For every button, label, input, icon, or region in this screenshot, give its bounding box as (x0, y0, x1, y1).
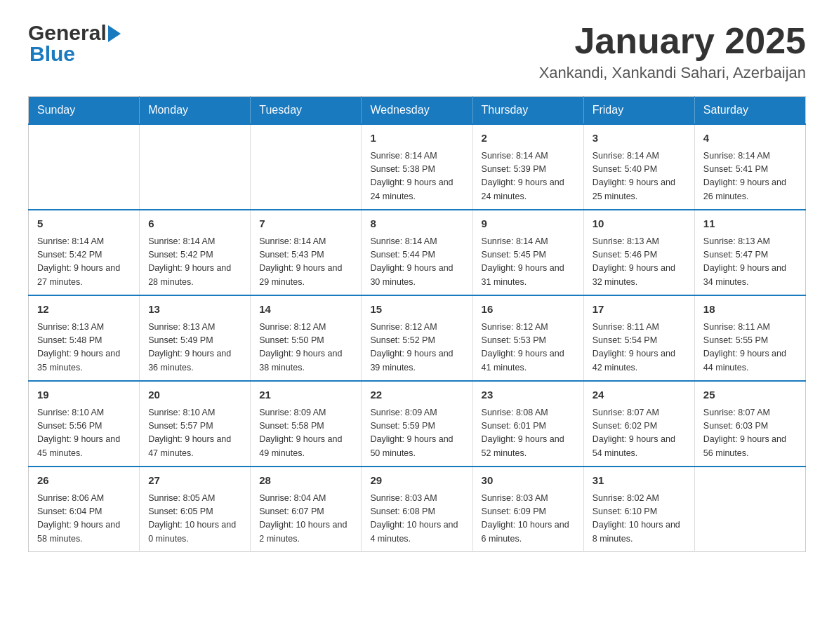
day-number: 15 (370, 302, 463, 318)
calendar-cell: 29Sunrise: 8:03 AM Sunset: 6:08 PM Dayli… (362, 467, 472, 552)
day-number: 7 (259, 216, 352, 232)
calendar-cell: 11Sunrise: 8:13 AM Sunset: 5:47 PM Dayli… (694, 210, 805, 295)
day-info: Sunrise: 8:14 AM Sunset: 5:42 PM Dayligh… (37, 235, 131, 290)
day-number: 4 (703, 130, 797, 147)
day-header-sunday: Sunday (29, 97, 140, 125)
calendar-cell: 9Sunrise: 8:14 AM Sunset: 5:45 PM Daylig… (472, 210, 583, 295)
day-number: 10 (593, 216, 686, 232)
day-number: 19 (37, 387, 131, 403)
day-info: Sunrise: 8:13 AM Sunset: 5:47 PM Dayligh… (703, 235, 797, 290)
calendar-cell: 2Sunrise: 8:14 AM Sunset: 5:39 PM Daylig… (472, 124, 583, 210)
calendar-cell: 21Sunrise: 8:09 AM Sunset: 5:58 PM Dayli… (251, 381, 362, 467)
day-header-monday: Monday (140, 97, 251, 125)
day-info: Sunrise: 8:12 AM Sunset: 5:52 PM Dayligh… (370, 321, 463, 375)
calendar-cell: 8Sunrise: 8:14 AM Sunset: 5:44 PM Daylig… (362, 210, 472, 295)
calendar-cell: 31Sunrise: 8:02 AM Sunset: 6:10 PM Dayli… (583, 467, 694, 552)
day-number: 18 (703, 302, 797, 318)
day-number: 8 (370, 216, 463, 232)
calendar-subtitle: Xankandi, Xankandi Sahari, Azerbaijan (539, 64, 806, 82)
calendar-week-row: 26Sunrise: 8:06 AM Sunset: 6:04 PM Dayli… (29, 467, 806, 552)
day-info: Sunrise: 8:14 AM Sunset: 5:42 PM Dayligh… (148, 235, 241, 290)
day-info: Sunrise: 8:03 AM Sunset: 6:09 PM Dayligh… (482, 492, 575, 546)
calendar-cell: 13Sunrise: 8:13 AM Sunset: 5:49 PM Dayli… (140, 295, 251, 381)
calendar-week-row: 19Sunrise: 8:10 AM Sunset: 5:56 PM Dayli… (29, 381, 806, 467)
calendar-cell: 14Sunrise: 8:12 AM Sunset: 5:50 PM Dayli… (251, 295, 362, 381)
day-info: Sunrise: 8:08 AM Sunset: 6:01 PM Dayligh… (482, 406, 575, 461)
calendar-cell (140, 124, 251, 210)
day-number: 30 (482, 473, 575, 489)
day-number: 12 (37, 302, 131, 318)
day-number: 1 (370, 130, 463, 147)
day-number: 2 (482, 130, 575, 147)
calendar-cell: 10Sunrise: 8:13 AM Sunset: 5:46 PM Dayli… (583, 210, 694, 295)
day-number: 22 (370, 387, 463, 403)
calendar-title-section: January 2025 Xankandi, Xankandi Sahari, … (539, 21, 806, 82)
calendar-cell: 18Sunrise: 8:11 AM Sunset: 5:55 PM Dayli… (694, 295, 805, 381)
day-number: 28 (259, 473, 352, 489)
day-info: Sunrise: 8:06 AM Sunset: 6:04 PM Dayligh… (37, 492, 131, 546)
calendar-week-row: 5Sunrise: 8:14 AM Sunset: 5:42 PM Daylig… (29, 210, 806, 295)
day-info: Sunrise: 8:10 AM Sunset: 5:56 PM Dayligh… (37, 406, 131, 461)
day-info: Sunrise: 8:02 AM Sunset: 6:10 PM Dayligh… (593, 492, 686, 546)
day-header-tuesday: Tuesday (251, 97, 362, 125)
day-header-wednesday: Wednesday (362, 97, 472, 125)
calendar-cell: 25Sunrise: 8:07 AM Sunset: 6:03 PM Dayli… (694, 381, 805, 467)
calendar-cell: 5Sunrise: 8:14 AM Sunset: 5:42 PM Daylig… (29, 210, 140, 295)
day-info: Sunrise: 8:09 AM Sunset: 5:59 PM Dayligh… (370, 406, 463, 461)
calendar-cell: 23Sunrise: 8:08 AM Sunset: 6:01 PM Dayli… (472, 381, 583, 467)
calendar-cell: 30Sunrise: 8:03 AM Sunset: 6:09 PM Dayli… (472, 467, 583, 552)
day-info: Sunrise: 8:04 AM Sunset: 6:07 PM Dayligh… (259, 492, 352, 546)
calendar-cell: 24Sunrise: 8:07 AM Sunset: 6:02 PM Dayli… (583, 381, 694, 467)
day-info: Sunrise: 8:13 AM Sunset: 5:49 PM Dayligh… (148, 321, 241, 375)
calendar-header-row: SundayMondayTuesdayWednesdayThursdayFrid… (29, 97, 806, 125)
day-number: 27 (148, 473, 241, 489)
calendar-cell: 26Sunrise: 8:06 AM Sunset: 6:04 PM Dayli… (29, 467, 140, 552)
day-header-thursday: Thursday (472, 97, 583, 125)
calendar-cell: 20Sunrise: 8:10 AM Sunset: 5:57 PM Dayli… (140, 381, 251, 467)
day-number: 25 (703, 387, 797, 403)
day-number: 5 (37, 216, 131, 232)
calendar-week-row: 1Sunrise: 8:14 AM Sunset: 5:38 PM Daylig… (29, 124, 806, 210)
day-info: Sunrise: 8:12 AM Sunset: 5:50 PM Dayligh… (259, 321, 352, 375)
day-number: 29 (370, 473, 463, 489)
calendar-cell: 6Sunrise: 8:14 AM Sunset: 5:42 PM Daylig… (140, 210, 251, 295)
calendar-title: January 2025 (539, 21, 806, 61)
day-info: Sunrise: 8:10 AM Sunset: 5:57 PM Dayligh… (148, 406, 241, 461)
day-info: Sunrise: 8:14 AM Sunset: 5:43 PM Dayligh… (259, 235, 352, 290)
day-info: Sunrise: 8:14 AM Sunset: 5:45 PM Dayligh… (482, 235, 575, 290)
calendar-cell: 28Sunrise: 8:04 AM Sunset: 6:07 PM Dayli… (251, 467, 362, 552)
day-number: 16 (482, 302, 575, 318)
day-number: 11 (703, 216, 797, 232)
calendar-table: SundayMondayTuesdayWednesdayThursdayFrid… (28, 96, 806, 552)
day-info: Sunrise: 8:14 AM Sunset: 5:39 PM Dayligh… (482, 149, 575, 204)
calendar-cell: 3Sunrise: 8:14 AM Sunset: 5:40 PM Daylig… (583, 124, 694, 210)
day-info: Sunrise: 8:03 AM Sunset: 6:08 PM Dayligh… (370, 492, 463, 546)
logo-blue-text: Blue (29, 42, 75, 66)
logo-general-text: General (28, 21, 107, 45)
day-info: Sunrise: 8:14 AM Sunset: 5:38 PM Dayligh… (370, 149, 463, 204)
day-number: 23 (482, 387, 575, 403)
day-header-friday: Friday (583, 97, 694, 125)
day-number: 17 (593, 302, 686, 318)
calendar-cell (29, 124, 140, 210)
calendar-cell: 1Sunrise: 8:14 AM Sunset: 5:38 PM Daylig… (362, 124, 472, 210)
day-number: 20 (148, 387, 241, 403)
day-info: Sunrise: 8:14 AM Sunset: 5:41 PM Dayligh… (703, 149, 797, 204)
day-info: Sunrise: 8:13 AM Sunset: 5:46 PM Dayligh… (593, 235, 686, 290)
logo-arrow-icon (108, 25, 121, 42)
day-info: Sunrise: 8:14 AM Sunset: 5:44 PM Dayligh… (370, 235, 463, 290)
calendar-cell: 4Sunrise: 8:14 AM Sunset: 5:41 PM Daylig… (694, 124, 805, 210)
day-number: 26 (37, 473, 131, 489)
page-header: General Blue January 2025 Xankandi, Xank… (28, 21, 806, 82)
day-info: Sunrise: 8:09 AM Sunset: 5:58 PM Dayligh… (259, 406, 352, 461)
calendar-week-row: 12Sunrise: 8:13 AM Sunset: 5:48 PM Dayli… (29, 295, 806, 381)
day-number: 13 (148, 302, 241, 318)
day-number: 9 (482, 216, 575, 232)
calendar-cell: 16Sunrise: 8:12 AM Sunset: 5:53 PM Dayli… (472, 295, 583, 381)
day-info: Sunrise: 8:05 AM Sunset: 6:05 PM Dayligh… (148, 492, 241, 546)
day-number: 24 (593, 387, 686, 403)
day-info: Sunrise: 8:07 AM Sunset: 6:03 PM Dayligh… (703, 406, 797, 461)
day-info: Sunrise: 8:13 AM Sunset: 5:48 PM Dayligh… (37, 321, 131, 375)
calendar-cell (251, 124, 362, 210)
calendar-cell: 12Sunrise: 8:13 AM Sunset: 5:48 PM Dayli… (29, 295, 140, 381)
